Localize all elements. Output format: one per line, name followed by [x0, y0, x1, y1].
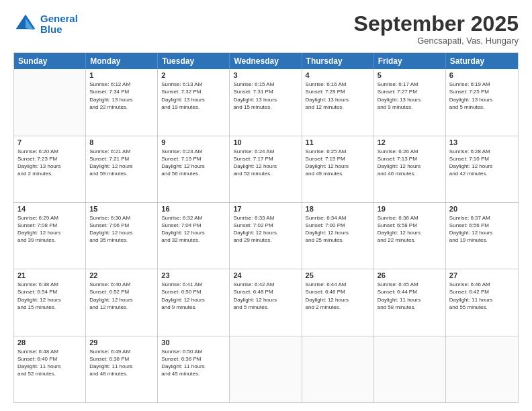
- cell-info: Sunrise: 6:33 AM Sunset: 7:02 PM Dayligh…: [233, 214, 298, 244]
- day-number: 3: [233, 71, 298, 79]
- cell-info: Sunrise: 6:24 AM Sunset: 7:17 PM Dayligh…: [233, 148, 298, 178]
- calendar-cell-empty: [374, 336, 446, 402]
- day-number: 19: [378, 205, 442, 213]
- cell-info: Sunrise: 6:41 AM Sunset: 6:50 PM Dayligh…: [161, 281, 226, 311]
- calendar-row-2: 14Sunrise: 6:29 AM Sunset: 7:08 PM Dayli…: [14, 203, 518, 269]
- calendar-cell-empty: [446, 336, 518, 402]
- day-number: 2: [161, 71, 226, 79]
- cell-info: Sunrise: 6:20 AM Sunset: 7:23 PM Dayligh…: [17, 148, 82, 178]
- calendar-body: 1Sunrise: 6:12 AM Sunset: 7:34 PM Daylig…: [14, 69, 518, 402]
- calendar-cell-6: 6Sunrise: 6:19 AM Sunset: 7:25 PM Daylig…: [446, 69, 518, 135]
- calendar-cell-24: 24Sunrise: 6:42 AM Sunset: 6:48 PM Dayli…: [230, 269, 302, 335]
- cell-info: Sunrise: 6:48 AM Sunset: 6:40 PM Dayligh…: [17, 348, 82, 378]
- calendar-cell-17: 17Sunrise: 6:33 AM Sunset: 7:02 PM Dayli…: [230, 203, 302, 269]
- cell-info: Sunrise: 6:17 AM Sunset: 7:27 PM Dayligh…: [378, 81, 442, 111]
- calendar-cell-3: 3Sunrise: 6:15 AM Sunset: 7:31 PM Daylig…: [230, 69, 302, 135]
- cell-info: Sunrise: 6:45 AM Sunset: 6:44 PM Dayligh…: [378, 281, 442, 311]
- day-number: 9: [161, 138, 226, 146]
- calendar-cell-26: 26Sunrise: 6:45 AM Sunset: 6:44 PM Dayli…: [374, 269, 446, 335]
- calendar-cell-16: 16Sunrise: 6:32 AM Sunset: 7:04 PM Dayli…: [158, 203, 230, 269]
- day-number: 14: [17, 205, 82, 213]
- calendar-cell-30: 30Sunrise: 6:50 AM Sunset: 6:36 PM Dayli…: [158, 336, 230, 402]
- calendar-cell-empty: [230, 336, 302, 402]
- cell-info: Sunrise: 6:29 AM Sunset: 7:08 PM Dayligh…: [17, 214, 82, 244]
- day-number: 21: [17, 271, 82, 279]
- title-block: September 2025 Gencsapati, Vas, Hungary: [354, 12, 519, 46]
- calendar-cell-21: 21Sunrise: 6:38 AM Sunset: 6:54 PM Dayli…: [14, 269, 86, 335]
- day-number: 13: [449, 138, 515, 146]
- day-number: 15: [89, 205, 154, 213]
- logo-text: General Blue: [40, 13, 78, 36]
- cell-info: Sunrise: 6:38 AM Sunset: 6:54 PM Dayligh…: [17, 281, 82, 311]
- calendar-cell-empty: [302, 336, 374, 402]
- calendar-header: SundayMondayTuesdayWednesdayThursdayFrid…: [14, 53, 518, 69]
- day-number: 29: [89, 338, 154, 347]
- calendar-cell-14: 14Sunrise: 6:29 AM Sunset: 7:08 PM Dayli…: [14, 203, 86, 269]
- day-number: 27: [449, 271, 515, 279]
- calendar-cell-29: 29Sunrise: 6:49 AM Sunset: 6:38 PM Dayli…: [86, 336, 158, 402]
- cell-info: Sunrise: 6:36 AM Sunset: 6:58 PM Dayligh…: [378, 214, 442, 244]
- cell-info: Sunrise: 6:19 AM Sunset: 7:25 PM Dayligh…: [449, 81, 515, 111]
- cell-info: Sunrise: 6:12 AM Sunset: 7:34 PM Dayligh…: [89, 81, 154, 111]
- calendar-cell-1: 1Sunrise: 6:12 AM Sunset: 7:34 PM Daylig…: [86, 69, 158, 135]
- calendar: SundayMondayTuesdayWednesdayThursdayFrid…: [13, 52, 519, 403]
- calendar-cell-10: 10Sunrise: 6:24 AM Sunset: 7:17 PM Dayli…: [230, 136, 302, 202]
- header-day-friday: Friday: [374, 53, 446, 69]
- header-day-monday: Monday: [86, 53, 158, 69]
- calendar-cell-19: 19Sunrise: 6:36 AM Sunset: 6:58 PM Dayli…: [374, 203, 446, 269]
- calendar-cell-11: 11Sunrise: 6:25 AM Sunset: 7:15 PM Dayli…: [302, 136, 374, 202]
- logo-line2: Blue: [40, 24, 62, 35]
- calendar-cell-22: 22Sunrise: 6:40 AM Sunset: 6:52 PM Dayli…: [86, 269, 158, 335]
- day-number: 30: [161, 338, 226, 347]
- cell-info: Sunrise: 6:28 AM Sunset: 7:10 PM Dayligh…: [449, 148, 515, 178]
- logo: General Blue: [13, 12, 78, 36]
- cell-info: Sunrise: 6:15 AM Sunset: 7:31 PM Dayligh…: [233, 81, 298, 111]
- day-number: 26: [378, 271, 442, 279]
- calendar-cell-27: 27Sunrise: 6:46 AM Sunset: 6:42 PM Dayli…: [446, 269, 518, 335]
- calendar-cell-9: 9Sunrise: 6:23 AM Sunset: 7:19 PM Daylig…: [158, 136, 230, 202]
- header-day-tuesday: Tuesday: [158, 53, 230, 69]
- cell-info: Sunrise: 6:42 AM Sunset: 6:48 PM Dayligh…: [233, 281, 298, 311]
- header-day-sunday: Sunday: [14, 53, 86, 69]
- calendar-cell-28: 28Sunrise: 6:48 AM Sunset: 6:40 PM Dayli…: [14, 336, 86, 402]
- day-number: 28: [17, 338, 82, 347]
- header-day-wednesday: Wednesday: [230, 53, 302, 69]
- day-number: 7: [17, 138, 82, 146]
- day-number: 25: [306, 271, 370, 279]
- calendar-cell-20: 20Sunrise: 6:37 AM Sunset: 6:56 PM Dayli…: [446, 203, 518, 269]
- calendar-cell-2: 2Sunrise: 6:13 AM Sunset: 7:32 PM Daylig…: [158, 69, 230, 135]
- day-number: 11: [306, 138, 370, 146]
- cell-info: Sunrise: 6:44 AM Sunset: 6:46 PM Dayligh…: [306, 281, 370, 311]
- page: General Blue September 2025 Gencsapati, …: [0, 0, 532, 411]
- header: General Blue September 2025 Gencsapati, …: [13, 12, 519, 46]
- cell-info: Sunrise: 6:13 AM Sunset: 7:32 PM Dayligh…: [161, 81, 226, 111]
- calendar-cell-empty: [14, 69, 86, 135]
- location-subtitle: Gencsapati, Vas, Hungary: [354, 36, 519, 46]
- cell-info: Sunrise: 6:16 AM Sunset: 7:29 PM Dayligh…: [306, 81, 370, 111]
- calendar-cell-12: 12Sunrise: 6:26 AM Sunset: 7:13 PM Dayli…: [374, 136, 446, 202]
- calendar-cell-5: 5Sunrise: 6:17 AM Sunset: 7:27 PM Daylig…: [374, 69, 446, 135]
- logo-icon: [13, 12, 38, 36]
- day-number: 20: [449, 205, 515, 213]
- header-day-saturday: Saturday: [446, 53, 518, 69]
- cell-info: Sunrise: 6:46 AM Sunset: 6:42 PM Dayligh…: [449, 281, 515, 311]
- day-number: 24: [233, 271, 298, 279]
- day-number: 22: [89, 271, 154, 279]
- logo-line1: General: [40, 13, 78, 24]
- day-number: 4: [306, 71, 370, 79]
- cell-info: Sunrise: 6:37 AM Sunset: 6:56 PM Dayligh…: [449, 214, 515, 244]
- calendar-cell-8: 8Sunrise: 6:21 AM Sunset: 7:21 PM Daylig…: [86, 136, 158, 202]
- day-number: 5: [378, 71, 442, 79]
- day-number: 8: [89, 138, 154, 146]
- calendar-row-4: 28Sunrise: 6:48 AM Sunset: 6:40 PM Dayli…: [14, 336, 518, 402]
- calendar-cell-4: 4Sunrise: 6:16 AM Sunset: 7:29 PM Daylig…: [302, 69, 374, 135]
- cell-info: Sunrise: 6:21 AM Sunset: 7:21 PM Dayligh…: [89, 148, 154, 178]
- cell-info: Sunrise: 6:26 AM Sunset: 7:13 PM Dayligh…: [378, 148, 442, 178]
- calendar-row-1: 7Sunrise: 6:20 AM Sunset: 7:23 PM Daylig…: [14, 136, 518, 203]
- day-number: 6: [449, 71, 515, 79]
- month-title: September 2025: [354, 12, 519, 36]
- cell-info: Sunrise: 6:32 AM Sunset: 7:04 PM Dayligh…: [161, 214, 226, 244]
- calendar-cell-15: 15Sunrise: 6:30 AM Sunset: 7:06 PM Dayli…: [86, 203, 158, 269]
- day-number: 1: [89, 71, 154, 79]
- day-number: 23: [161, 271, 226, 279]
